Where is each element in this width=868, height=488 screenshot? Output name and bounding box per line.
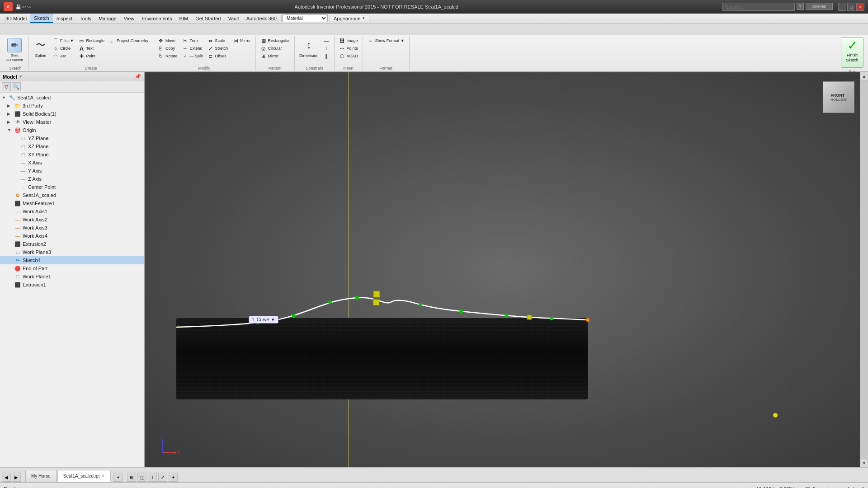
mirror-button[interactable]: ⋈ Mirror — [231, 37, 253, 44]
constrain-btn3[interactable]: ∥ — [321, 52, 331, 60]
view-btn4[interactable]: ⤢ — [158, 473, 167, 482]
rectangular-button[interactable]: ▦ Rectangular — [259, 37, 292, 44]
scroll-up-btn[interactable]: ▲ — [860, 72, 868, 80]
material-select[interactable]: Material — [283, 14, 328, 22]
arc-button[interactable]: ◠ Arc — [51, 52, 75, 60]
tree-label: XY Plane — [28, 152, 49, 157]
tree-item-xz-plane[interactable]: □XZ Plane — [0, 142, 144, 150]
nav-cube-face[interactable]: FRONT HOLLOW — [823, 81, 854, 113]
show-format-button[interactable]: ≡ Show Format ▼ — [366, 37, 406, 44]
start-2d-sketch-button[interactable]: ✏ Start2D Sketch — [5, 37, 25, 63]
menu-view[interactable]: View — [120, 14, 138, 23]
tree-item-work-axis4[interactable]: —Work Axis4 — [0, 232, 144, 240]
nav-cube[interactable]: FRONT HOLLOW — [823, 81, 859, 117]
offset-button[interactable]: ⊏ Offset — [206, 52, 230, 60]
panel-expand-icon[interactable]: ▼ — [19, 75, 23, 79]
tree-item-origin[interactable]: ▼🎯Origin — [0, 126, 144, 134]
menu-bim[interactable]: BIM — [176, 14, 192, 23]
scale-button[interactable]: ⇔ Scale — [206, 37, 230, 44]
view-btn5[interactable]: + — [169, 473, 178, 482]
tab-seat1a[interactable]: Seat1A_scaled.ipt ✕ — [57, 470, 111, 482]
tree-item-extrusion1[interactable]: ⬛Extrusion1 — [0, 281, 144, 289]
image-button[interactable]: 🖼 Image — [337, 37, 360, 44]
tree-item-work-axis2[interactable]: —Work Axis2 — [0, 216, 144, 224]
appearance-button[interactable]: Appearance ▼ — [330, 15, 369, 22]
pattern-mirror-button[interactable]: ⊞ Mirror — [259, 52, 292, 60]
tree-item-end-of-part[interactable]: 🔴End of Part — [0, 264, 144, 272]
tree-item-y-axis[interactable]: —Y Axis — [0, 167, 144, 175]
tree-item-work-plane3[interactable]: □Work Plane3 — [0, 248, 144, 256]
tree-item-x-axis[interactable]: —X Axis — [0, 159, 144, 167]
split-button[interactable]: ⌿ — Split — [180, 52, 205, 60]
tree-item-center-point[interactable]: ·Center Point — [0, 183, 144, 191]
text-button[interactable]: A Text — [76, 45, 106, 52]
tab-scroll-left[interactable]: ◀ — [2, 473, 11, 482]
titlebar-search[interactable] — [722, 3, 795, 11]
ribbon-group-create: 〜 Spline ⌒ Fillet ▼ ○ Circle ◠ Arc — [29, 36, 153, 70]
tree-item-work-axis1[interactable]: —Work Axis1 — [0, 207, 144, 216]
acad-button[interactable]: ⬡ ACAD — [337, 52, 360, 60]
rotate-button[interactable]: ↻ Rotate — [156, 52, 179, 60]
tab-my-home[interactable]: My Home — [25, 470, 57, 482]
copy-button[interactable]: ⎘ Copy — [156, 45, 179, 52]
menu-3dmodel[interactable]: 3D Model — [2, 14, 30, 23]
menu-getstarted[interactable]: Get Started — [192, 14, 224, 23]
tab-scroll-right[interactable]: ▶ — [12, 473, 21, 482]
curve-tooltip[interactable]: 1. Curve ▼ — [249, 316, 278, 324]
move-button[interactable]: ✥ Move — [156, 37, 179, 44]
view-btn2[interactable]: ◫ — [137, 473, 146, 482]
circle-button[interactable]: ○ Circle — [51, 45, 75, 52]
view-btn1[interactable]: ⊞ — [127, 473, 136, 482]
constrain-btn2[interactable]: ⊥ — [321, 45, 331, 52]
fillet-button[interactable]: ⌒ Fillet ▼ — [51, 37, 75, 44]
tree-item-solid-bodies(1)[interactable]: ▶⬛Solid Bodies(1) — [0, 110, 144, 118]
menu-tools[interactable]: Tools — [76, 14, 95, 23]
menu-inspect[interactable]: Inspect — [53, 14, 76, 23]
tab-seat1a-close[interactable]: ✕ — [101, 474, 105, 478]
scroll-down-btn[interactable]: ▼ — [860, 459, 868, 467]
tree-item-extrusion2[interactable]: ⬛Extrusion2 — [0, 240, 144, 248]
spline-button[interactable]: 〜 Spline — [32, 37, 50, 63]
panel-pin-icon[interactable]: 📌 — [135, 74, 141, 80]
tree-item-xy-plane[interactable]: □XY Plane — [0, 150, 144, 159]
menu-separator — [281, 15, 282, 22]
tree-item-z-axis[interactable]: —Z Axis — [0, 175, 144, 183]
extend-button[interactable]: ↔ Extend — [180, 45, 205, 52]
rectangle-button[interactable]: ▭ Rectangle — [76, 37, 106, 44]
menu-sketch[interactable]: Sketch — [30, 14, 53, 23]
add-tab-button[interactable]: + — [113, 473, 123, 482]
project-geometry-button[interactable]: ⟂ Project Geometry — [107, 37, 150, 44]
tree-item-work-axis3[interactable]: —Work Axis3 — [0, 224, 144, 232]
help-icon[interactable]: ? — [797, 3, 804, 10]
filter-button[interactable]: ▽ — [2, 82, 11, 91]
finish-sketch-button[interactable]: ✓ FinishSketch — [841, 37, 863, 68]
tree-item-seat1a_scaled[interactable]: ⚙Seat1A_scaled — [0, 191, 144, 199]
tree-item-work-plane1[interactable]: □Work Plane1 — [0, 272, 144, 281]
view-btn3[interactable]: ↕ — [148, 473, 157, 482]
menu-manage[interactable]: Manage — [95, 14, 120, 23]
circular-button[interactable]: ◎ Circular — [259, 45, 292, 52]
tree-item-sketch4[interactable]: ✏Sketch4 — [0, 256, 144, 264]
tree-item-yz-plane[interactable]: □YZ Plane — [0, 134, 144, 142]
minimize-button[interactable]: − — [838, 3, 846, 11]
menu-vault[interactable]: Vault — [224, 14, 242, 23]
trim-button[interactable]: ✂ Trim — [180, 37, 205, 44]
constrain-btn1[interactable]: — — [321, 37, 331, 44]
close-button[interactable]: ✕ — [856, 3, 864, 11]
point-button[interactable]: ✚ Point — [76, 52, 106, 60]
tree-item-meshfeature1[interactable]: ⬛MeshFeature1 — [0, 199, 144, 207]
tree-item-3rd-party[interactable]: ▶📁3rd Party — [0, 102, 144, 110]
tree-item-seat1a_scaled[interactable]: ▼🔧Seat1A_scaled — [0, 94, 144, 102]
points-button[interactable]: ⊹ Points — [337, 45, 360, 52]
viewport[interactable]: FRONT HOLLOW ▲ ▼ — [145, 72, 868, 467]
maximize-button[interactable]: □ — [847, 3, 855, 11]
menu-autodesk360[interactable]: Autodesk 360 — [243, 14, 280, 23]
tree-item-view:-master[interactable]: ▶👁View: Master — [0, 118, 144, 126]
search-panel-button[interactable]: 🔍 — [12, 82, 21, 91]
sketch-vertex[interactable] — [373, 299, 379, 305]
dimension-button[interactable]: ↕ Dimension — [297, 37, 321, 63]
menu-environments[interactable]: Environments — [138, 14, 175, 23]
user-label[interactable]: xbremer — [806, 3, 833, 10]
insert-group-label: Insert — [337, 65, 360, 70]
stretch-button[interactable]: ⤢ Stretch — [206, 45, 230, 52]
